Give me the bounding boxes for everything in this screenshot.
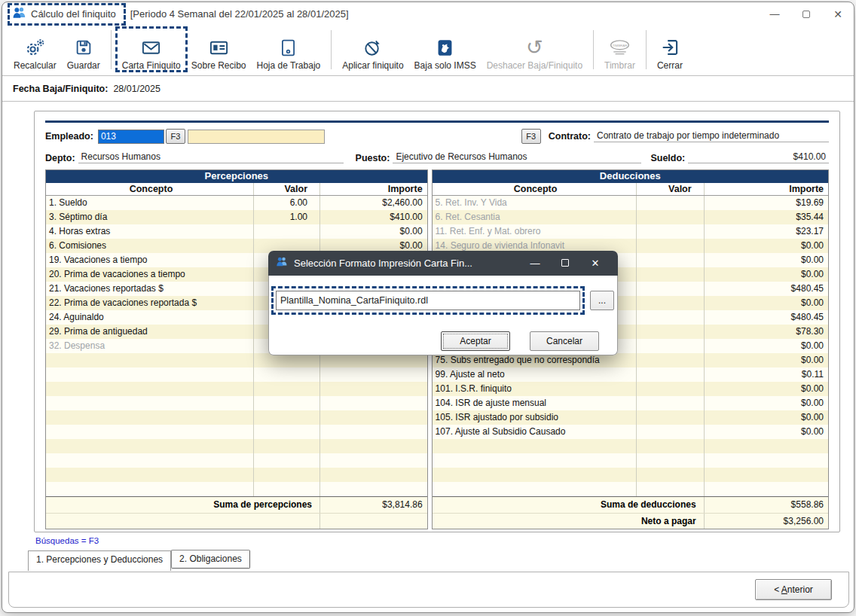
valor-cell: 6.00 xyxy=(253,196,319,210)
importe-cell xyxy=(319,410,427,425)
percepciones-row[interactable]: 1. Sueldo6.00$2,460.00 xyxy=(46,196,427,210)
contrato-f3-button[interactable]: F3 xyxy=(521,129,541,144)
deducciones-row[interactable]: 107. Ajuste al Subsidio Causado$0.00 xyxy=(433,425,828,439)
titlebar: Cálculo del finiquito [Periodo 4 Semanal… xyxy=(2,2,854,26)
importe-cell: $19.69 xyxy=(704,196,828,210)
deducciones-row[interactable]: 104. ISR de ajuste mensual$0.00 xyxy=(433,396,828,410)
exit-icon xyxy=(660,36,680,59)
empleado-f3-button[interactable]: F3 xyxy=(166,129,185,144)
importe-cell: $0.00 xyxy=(704,410,828,425)
annotation-box-template-input xyxy=(271,286,585,315)
concepto-cell xyxy=(46,425,253,439)
toolbar-button-timbrar: TIMBRARTimbrar xyxy=(599,27,640,72)
concepto-cell xyxy=(46,468,253,482)
importe-cell xyxy=(704,439,828,453)
tab-bar: 1. Percepciones y Deducciones2. Obligaci… xyxy=(28,550,250,571)
importe-cell: $78.30 xyxy=(704,325,828,339)
valor-cell xyxy=(253,396,319,410)
concepto-cell xyxy=(46,482,253,496)
valor-cell xyxy=(636,367,704,382)
total-row: Neto a pagar$3,256.00 xyxy=(433,513,828,529)
minimize-icon[interactable]: — xyxy=(759,2,790,26)
close-icon[interactable]: ✕ xyxy=(822,2,854,26)
valor-cell xyxy=(253,453,319,468)
window-controls: — ✕ xyxy=(759,2,854,26)
valor-cell xyxy=(253,439,319,453)
toolbar-button-carta-finiquito[interactable]: Carta Finiquito xyxy=(117,27,186,72)
concepto-cell xyxy=(433,468,636,482)
deducciones-row[interactable]: 105. ISR ajustado por subsidio$0.00 xyxy=(433,410,828,425)
valor-cell xyxy=(636,410,704,425)
percepciones-totals: Suma de percepciones$3,814.86 xyxy=(46,496,427,529)
maximize-icon[interactable] xyxy=(790,2,822,26)
deducciones-row[interactable]: 11. Ret. Enf. y Mat. obrero$23.17 xyxy=(433,224,828,239)
toolbar-button-label: Baja solo IMSS xyxy=(414,60,476,71)
dialog-minimize-icon[interactable]: — xyxy=(520,258,550,269)
importe-cell: $410.00 xyxy=(319,210,427,224)
toolbar-button-hoja-de-trabajo[interactable]: Hoja de Trabajo xyxy=(252,27,326,72)
importe-cell xyxy=(704,453,828,468)
percepciones-section-header: Percepciones xyxy=(46,170,427,183)
tab-1-percepciones-y-deducciones[interactable]: 1. Percepciones y Deducciones xyxy=(28,550,171,571)
importe-cell: $0.00 xyxy=(704,396,828,410)
valor-cell xyxy=(636,196,704,210)
aceptar-button[interactable]: Aceptar xyxy=(441,331,510,351)
concepto-cell xyxy=(46,453,253,468)
template-file-input[interactable] xyxy=(276,291,580,310)
dialog-body: ... Aceptar Cancelar xyxy=(268,276,618,355)
valor-cell xyxy=(636,353,704,367)
anterior-button[interactable]: < Anterior xyxy=(755,579,832,600)
toolbar-button-baja-solo-imss[interactable]: Baja solo IMSS xyxy=(409,27,482,72)
concepto-cell xyxy=(433,453,636,468)
percepciones-row xyxy=(46,482,427,496)
fecha-baja-bar: Fecha Baja/Finiquito: 28/01/2025 xyxy=(2,75,854,102)
importe-cell xyxy=(319,367,427,382)
toolbar-button-recalcular[interactable]: Recalcular xyxy=(8,27,62,72)
empleado-name-field[interactable] xyxy=(188,130,325,144)
toolbar-button-guardar[interactable]: Guardar xyxy=(62,27,105,72)
dialog-close-icon[interactable]: ✕ xyxy=(580,258,610,269)
contrato-label: Contrato: xyxy=(549,131,591,142)
column-header-valor: Valor xyxy=(253,183,319,195)
concepto-cell xyxy=(46,367,253,382)
dialog-title: Selección Formato Impresión Carta Fin... xyxy=(294,258,520,269)
percepciones-row[interactable]: 4. Horas extras$0.00 xyxy=(46,224,427,239)
total-row xyxy=(46,513,427,529)
window-title: Cálculo del finiquito xyxy=(31,8,116,20)
importe-cell: $0.00 xyxy=(704,239,828,253)
column-header-importe: Importe xyxy=(319,183,427,195)
importe-cell: $35.44 xyxy=(704,210,828,224)
total-label: Suma de percepciones xyxy=(46,497,319,513)
card-icon xyxy=(209,36,229,59)
importe-cell: $2,460.00 xyxy=(319,196,427,210)
toolbar-button-sobre-recibo[interactable]: Sobre Recibo xyxy=(186,27,252,72)
cancelar-button[interactable]: Cancelar xyxy=(530,331,599,351)
toolbar-separator xyxy=(331,30,332,69)
concepto-cell xyxy=(433,439,636,453)
percepciones-row[interactable]: 3. Séptimo día1.00$410.00 xyxy=(46,210,427,224)
percepciones-row xyxy=(46,453,427,468)
valor-cell xyxy=(636,425,704,439)
empleado-code-input[interactable]: 013 xyxy=(98,130,164,144)
toolbar-button-cerrar[interactable]: Cerrar xyxy=(652,27,688,72)
deducciones-row[interactable]: 5. Ret. Inv. Y Vida$19.69 xyxy=(433,196,828,210)
toolbar-button-aplicar-finiquito[interactable]: Aplicar finiquito xyxy=(337,27,408,72)
concepto-cell: 6. Comisiones xyxy=(46,239,253,253)
sueldo-value: $410.00 xyxy=(688,151,829,163)
concepto-cell: 22. Prima de vacaciones reportada $ xyxy=(46,296,253,310)
dialog-controls: — ✕ xyxy=(520,258,610,269)
valor-cell xyxy=(636,325,704,339)
importe-cell: $0.00 xyxy=(704,267,828,282)
concepto-cell: 3. Séptimo día xyxy=(46,210,253,224)
deducciones-row[interactable]: 101. I.S.R. finiquito$0.00 xyxy=(433,382,828,396)
deducciones-row[interactable]: 99. Ajuste al neto$0.11 xyxy=(433,367,828,382)
sueldo-label: Sueldo: xyxy=(650,153,685,163)
deducciones-row[interactable]: 6. Ret. Cesantia$35.44 xyxy=(433,210,828,224)
employee-row: Empleado: 013 F3 F3 Contrato: Contrato d… xyxy=(45,127,829,145)
browse-button[interactable]: ... xyxy=(590,291,614,310)
concepto-cell: 29. Prima de antiguedad xyxy=(46,325,253,339)
depto-value: Recursos Humanos xyxy=(78,151,344,163)
tab-2-obligaciones[interactable]: 2. Obligaciones xyxy=(171,550,250,569)
dialog-maximize-icon[interactable] xyxy=(550,258,580,269)
concepto-cell: 6. Ret. Cesantia xyxy=(433,210,636,224)
